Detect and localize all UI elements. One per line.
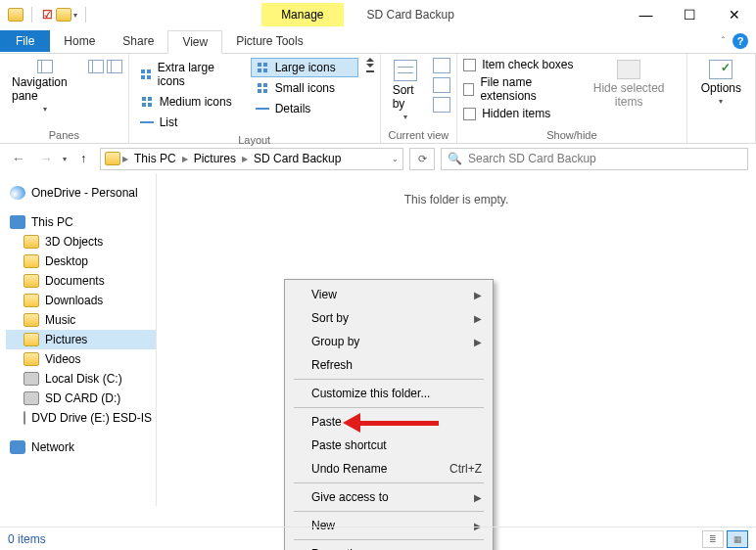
layout-large[interactable]: Large icons bbox=[251, 58, 358, 77]
crumb-pictures[interactable]: Pictures bbox=[190, 150, 240, 167]
manage-tab[interactable]: Manage bbox=[261, 3, 343, 26]
file-name-extensions[interactable]: File name extensions bbox=[463, 75, 574, 103]
forward-button[interactable]: → bbox=[35, 148, 57, 169]
tab-view[interactable]: View bbox=[167, 30, 222, 54]
separator bbox=[294, 511, 484, 512]
qat-dropdown-icon[interactable]: ▾ bbox=[73, 11, 77, 20]
chevron-right-icon[interactable]: ▶ bbox=[122, 155, 128, 163]
folder-icon bbox=[8, 8, 24, 22]
tree-videos[interactable]: Videos bbox=[6, 349, 156, 369]
search-icon: 🔍 bbox=[448, 152, 462, 165]
item-check-boxes[interactable]: Item check boxes bbox=[463, 58, 574, 71]
ctx-refresh[interactable]: Refresh bbox=[288, 353, 490, 377]
maximize-button[interactable]: ☐ bbox=[668, 0, 712, 29]
submenu-arrow-icon: ▶ bbox=[474, 492, 482, 503]
navigation-pane-label: Navigation pane bbox=[12, 75, 78, 103]
tree-sd-card[interactable]: SD CARD (D:) bbox=[6, 389, 156, 408]
search-box[interactable]: 🔍 Search SD Card Backup bbox=[441, 148, 748, 170]
details-pane-icon[interactable] bbox=[107, 60, 122, 73]
crumb-current[interactable]: SD Card Backup bbox=[250, 150, 345, 167]
sort-by-button[interactable]: Sort by ▾ bbox=[387, 58, 425, 123]
layout-list[interactable]: List bbox=[135, 113, 243, 132]
tree-dvd-drive[interactable]: DVD Drive (E:) ESD-IS bbox=[6, 408, 156, 428]
group-layout: Extra large icons Medium icons List Larg… bbox=[129, 54, 381, 143]
size-columns-icon[interactable] bbox=[433, 97, 450, 113]
empty-folder-text: This folder is empty. bbox=[157, 173, 756, 206]
ctx-customize[interactable]: Customize this folder... bbox=[288, 382, 490, 405]
hide-selected-button: Hide selected items bbox=[578, 58, 681, 111]
back-button[interactable]: ← bbox=[8, 148, 29, 169]
chevron-down-icon: ▾ bbox=[403, 113, 407, 121]
ctx-paste[interactable]: Paste bbox=[288, 410, 490, 434]
tab-file[interactable]: File bbox=[0, 30, 50, 52]
sort-icon bbox=[394, 60, 417, 81]
tab-home[interactable]: Home bbox=[50, 30, 109, 52]
drive-icon bbox=[24, 372, 39, 386]
options-icon: ✓ bbox=[709, 60, 732, 79]
folder-icon bbox=[24, 274, 39, 288]
layout-medium[interactable]: Medium icons bbox=[135, 92, 243, 112]
ctx-sort[interactable]: Sort by▶ bbox=[288, 306, 490, 330]
tree-network[interactable]: Network bbox=[6, 437, 156, 457]
ctx-give-access[interactable]: Give access to▶ bbox=[288, 485, 490, 509]
layout-extra-large[interactable]: Extra large icons bbox=[135, 58, 243, 91]
tree-onedrive[interactable]: OneDrive - Personal bbox=[6, 183, 156, 203]
add-columns-icon[interactable] bbox=[433, 77, 450, 93]
tree-local-disk[interactable]: Local Disk (C:) bbox=[6, 369, 156, 389]
group-by-icon[interactable] bbox=[433, 58, 450, 73]
ctx-group[interactable]: Group by▶ bbox=[288, 330, 490, 353]
history-dropdown-icon[interactable]: ▾ bbox=[63, 155, 67, 163]
layout-small[interactable]: Small icons bbox=[251, 78, 358, 98]
tab-share[interactable]: Share bbox=[109, 30, 167, 52]
tree-this-pc[interactable]: This PC bbox=[6, 212, 156, 232]
tab-picture-tools[interactable]: Picture Tools bbox=[222, 30, 316, 52]
hidden-items[interactable]: Hidden items bbox=[463, 107, 574, 120]
separator bbox=[294, 379, 484, 380]
group-label: Panes bbox=[6, 127, 122, 141]
drive-icon bbox=[24, 411, 25, 425]
title-bar: ☑ ▾ Manage SD Card Backup — ☐ ✕ bbox=[0, 0, 756, 29]
context-menu: View▶ Sort by▶ Group by▶ Refresh Customi… bbox=[284, 279, 494, 550]
icons-view-toggle[interactable]: ▦ bbox=[727, 530, 748, 548]
checkbox-icon bbox=[463, 59, 476, 71]
tree-documents[interactable]: Documents bbox=[6, 271, 156, 291]
chevron-right-icon[interactable]: ▶ bbox=[182, 155, 188, 163]
preview-pane-icon[interactable] bbox=[88, 60, 104, 73]
ctx-paste-shortcut[interactable]: Paste shortcut bbox=[288, 434, 490, 457]
chevron-up-icon bbox=[366, 58, 374, 62]
tabs-row: File Home Share View Picture Tools ˆ ? bbox=[0, 29, 756, 54]
nav-tree[interactable]: OneDrive - Personal This PC 3D Objects D… bbox=[0, 173, 157, 506]
navigation-pane-button[interactable]: Navigation pane ▾ bbox=[6, 58, 84, 115]
up-button[interactable]: ↑ bbox=[72, 148, 94, 169]
ctx-undo[interactable]: Undo RenameCtrl+Z bbox=[288, 457, 490, 481]
help-icon[interactable]: ? bbox=[732, 33, 748, 49]
refresh-button[interactable]: ⟳ bbox=[409, 148, 435, 170]
options-button[interactable]: ✓ Options ▾ bbox=[693, 58, 749, 108]
status-items: 0 items bbox=[8, 532, 46, 546]
tree-music[interactable]: Music bbox=[6, 310, 156, 330]
tree-downloads[interactable]: Downloads bbox=[6, 291, 156, 310]
checkbox-icon bbox=[463, 108, 476, 120]
folder-icon bbox=[24, 352, 39, 366]
folder-icon bbox=[24, 313, 39, 327]
breadcrumb-box[interactable]: ▶ This PC ▶ Pictures ▶ SD Card Backup ⌄ bbox=[100, 148, 403, 170]
close-button[interactable]: ✕ bbox=[712, 0, 756, 29]
qat-properties-icon[interactable]: ☑ bbox=[40, 8, 54, 22]
layout-details[interactable]: Details bbox=[251, 99, 358, 118]
hide-icon bbox=[617, 60, 640, 79]
tree-desktop[interactable]: Desktop bbox=[6, 252, 156, 271]
details-view-toggle[interactable]: ≣ bbox=[702, 530, 724, 548]
chevron-right-icon[interactable]: ▶ bbox=[242, 155, 248, 163]
group-current-view: Sort by ▾ Current view bbox=[381, 54, 457, 143]
qat-new-folder-icon[interactable] bbox=[56, 8, 71, 22]
folder-icon bbox=[24, 254, 39, 268]
layout-scroll[interactable] bbox=[366, 58, 374, 72]
collapse-ribbon-icon[interactable]: ˆ bbox=[722, 36, 725, 47]
hide-selected-label: Hide selected items bbox=[586, 81, 673, 109]
tree-pictures[interactable]: Pictures bbox=[6, 330, 156, 349]
ctx-view[interactable]: View▶ bbox=[288, 283, 490, 306]
breadcrumb-dropdown-icon[interactable]: ⌄ bbox=[392, 155, 399, 163]
minimize-button[interactable]: — bbox=[624, 0, 668, 29]
crumb-this-pc[interactable]: This PC bbox=[130, 150, 180, 167]
tree-3d-objects[interactable]: 3D Objects bbox=[6, 232, 156, 252]
